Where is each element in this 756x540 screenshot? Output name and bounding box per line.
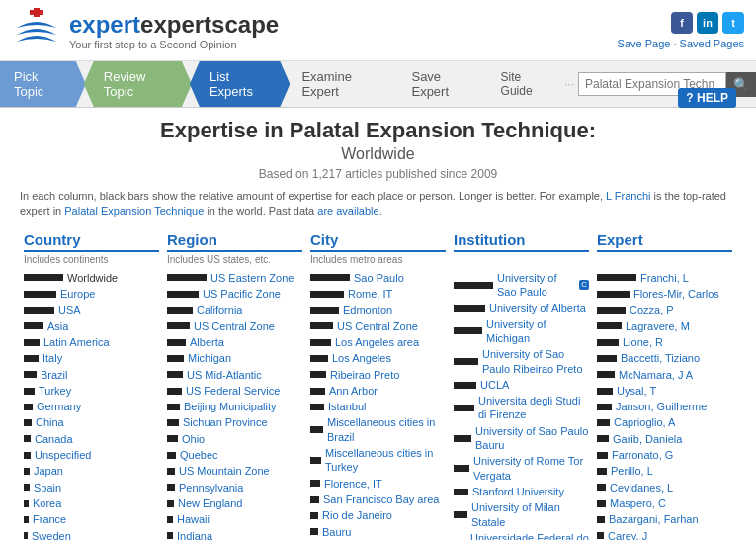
site-guide-label[interactable]: Site Guide [489, 64, 564, 104]
item-link[interactable]: Ann Arbor [329, 384, 378, 398]
list-item: Indiana [167, 529, 302, 540]
item-link[interactable]: Perillo, L [611, 464, 653, 478]
item-link[interactable]: US Pacific Zone [203, 287, 281, 301]
item-link[interactable]: Asia [47, 319, 68, 333]
help-button[interactable]: ? HELP [678, 88, 736, 108]
item-link[interactable]: Germany [37, 400, 81, 413]
item-link[interactable]: Maspero, C [610, 496, 666, 510]
item-link[interactable]: Sweden [32, 529, 71, 540]
item-link[interactable]: University of Rome Tor Vergata [473, 454, 589, 483]
item-link[interactable]: US Central Zone [194, 319, 275, 333]
save-page-link[interactable]: Save Page [618, 38, 671, 49]
item-link[interactable]: Worldwide [67, 271, 118, 285]
top-expert-link[interactable]: L Franchi [606, 190, 650, 202]
item-link[interactable]: Universidade Federal do Rio de Janeiro [470, 531, 589, 540]
nav-list-experts[interactable]: List Experts [190, 61, 290, 107]
item-link[interactable]: University of Milan Statale [471, 500, 589, 529]
item-link[interactable]: University of Sao Paulo Ribeirao Preto [482, 347, 589, 376]
list-item: Lione, R [597, 335, 732, 349]
expertise-bar [167, 388, 182, 395]
item-link[interactable]: Florence, IT [324, 477, 382, 491]
topic-link[interactable]: Palatal Expansion Technique [64, 205, 204, 217]
item-link[interactable]: Brazil [41, 368, 68, 382]
nav-save-expert[interactable]: Save Expert [397, 61, 488, 107]
item-link[interactable]: Sichuan Province [183, 415, 268, 429]
item-link[interactable]: Caprioglio, A [614, 415, 675, 429]
item-link[interactable]: US Eastern Zone [210, 271, 294, 285]
item-link[interactable]: Ohio [182, 432, 205, 446]
item-link[interactable]: Quebec [180, 448, 218, 462]
item-link[interactable]: Canada [35, 432, 73, 446]
item-link[interactable]: UCLA [480, 378, 509, 392]
item-link[interactable]: Latin America [43, 335, 110, 349]
item-link[interactable]: Garib, Daniela [613, 432, 682, 446]
item-link[interactable]: McNamara, J A [619, 368, 693, 382]
item-link[interactable]: Japan [34, 464, 63, 478]
item-link[interactable]: France [33, 512, 66, 526]
item-link[interactable]: US Mountain Zone [179, 464, 270, 478]
item-link[interactable]: Spain [34, 481, 61, 495]
twitter-icon[interactable]: t [722, 12, 744, 34]
item-link[interactable]: Lagravere, M [626, 319, 690, 333]
item-link[interactable]: Carey, J [608, 529, 647, 540]
nav-pick-topic[interactable]: Pick Topic [0, 61, 86, 107]
saved-pages-link[interactable]: Saved Pages [680, 38, 744, 49]
data-link[interactable]: are available [317, 205, 378, 217]
item-link[interactable]: Franchi, L [640, 271, 689, 285]
nav-review-topic[interactable]: Review Topic [84, 61, 192, 107]
item-link[interactable]: Los Angeles area [335, 335, 419, 349]
item-link[interactable]: Beijing Municipality [184, 400, 277, 413]
item-link[interactable]: University of Sao Paulo [497, 271, 577, 300]
item-link[interactable]: California [197, 303, 242, 316]
item-link[interactable]: Bauru [322, 525, 351, 539]
linkedin-icon[interactable]: in [697, 12, 718, 34]
item-link[interactable]: Janson, Guilherme [616, 400, 707, 413]
item-link[interactable]: Bazargani, Farhan [609, 512, 699, 526]
item-link[interactable]: Baccetti, Tiziano [621, 351, 700, 365]
item-link[interactable]: Miscellaneous cities in Brazil [327, 415, 446, 444]
item-link[interactable]: Italy [42, 351, 62, 365]
item-link[interactable]: Pennsylvania [179, 481, 243, 495]
expertise-bar [24, 452, 31, 459]
item-link[interactable]: Europe [60, 287, 95, 301]
item-link[interactable]: University of Michigan [486, 317, 589, 346]
item-link[interactable]: Miscellaneous cities in Turkey [325, 446, 446, 475]
item-link[interactable]: Sao Paulo [354, 271, 404, 285]
item-link[interactable]: Michigan [188, 351, 231, 365]
item-link[interactable]: US Mid-Atlantic [187, 368, 262, 382]
item-link[interactable]: New England [178, 496, 242, 510]
item-link[interactable]: Stanford University [472, 485, 564, 498]
item-link[interactable]: Flores-Mir, Carlos [633, 287, 719, 301]
item-link[interactable]: US Central Zone [337, 319, 418, 333]
item-link[interactable]: Edmonton [343, 303, 392, 316]
item-link[interactable]: Los Angeles [332, 351, 391, 365]
item-link[interactable]: Istanbul [328, 400, 367, 413]
item-link[interactable]: Universita degli Studi di Firenze [478, 394, 589, 422]
item-link[interactable]: USA [58, 303, 81, 316]
item-link[interactable]: University of Alberta [489, 301, 586, 315]
nav-separator: ··· [564, 77, 574, 91]
list-item: Unspecified [24, 448, 159, 462]
item-link[interactable]: Indiana [177, 529, 212, 540]
item-link[interactable]: Turkey [39, 384, 71, 398]
item-link[interactable]: Uysal, T [617, 384, 656, 398]
item-link[interactable]: Cozza, P [630, 303, 674, 316]
item-link[interactable]: Korea [33, 496, 61, 510]
list-item: University of Sao Paulo Bauru [454, 424, 589, 453]
item-link[interactable]: Farronato, G [612, 448, 673, 462]
item-link[interactable]: University of Sao Paulo Bauru [475, 424, 589, 453]
item-link[interactable]: Ribeirao Preto [330, 368, 399, 382]
nav-examine-expert[interactable]: Examine Expert [288, 61, 397, 107]
item-link[interactable]: Hawaii [177, 512, 210, 526]
item-link[interactable]: Rome, IT [348, 287, 392, 301]
item-link[interactable]: US Federal Service [186, 384, 280, 398]
facebook-icon[interactable]: f [671, 12, 693, 34]
item-link[interactable]: San Francisco Bay area [323, 493, 439, 506]
item-link[interactable]: Rio de Janeiro [322, 508, 392, 522]
item-link[interactable]: Lione, R [623, 335, 663, 349]
list-item: University of Sao PauloC [454, 271, 589, 300]
item-link[interactable]: China [36, 415, 64, 429]
item-link[interactable]: Alberta [190, 335, 224, 349]
item-link[interactable]: Unspecified [35, 448, 91, 462]
item-link[interactable]: Cevidanes, L [610, 481, 673, 495]
